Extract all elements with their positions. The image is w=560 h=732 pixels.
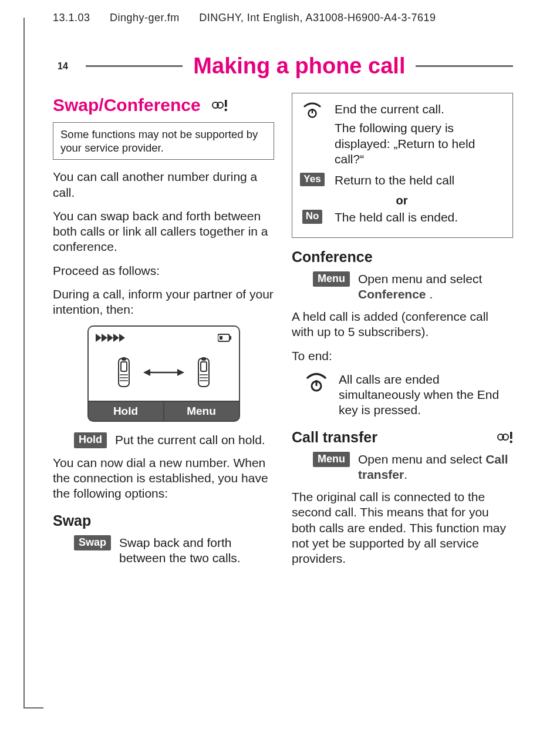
paragraph: You can call another number during a cal… bbox=[53, 169, 274, 200]
handset-b-icon bbox=[195, 357, 212, 388]
svg-rect-33 bbox=[510, 432, 512, 439]
conference-end-action: All calls are ended simultaneously when … bbox=[302, 372, 513, 418]
call-transfer-menu-text: Open menu and select Call transfer. bbox=[358, 452, 513, 483]
swap-arrow-icon bbox=[143, 367, 184, 378]
softkey-menu: Menu bbox=[164, 401, 240, 422]
paragraph: You can swap back and forth between both… bbox=[53, 209, 274, 255]
section-swap-conference: Swap/Conference bbox=[53, 95, 274, 115]
menu-pill: Menu bbox=[313, 452, 350, 468]
svg-rect-10 bbox=[230, 336, 231, 340]
conference-heading: Conference bbox=[292, 249, 513, 266]
battery-icon bbox=[218, 334, 232, 342]
menu-pill: Menu bbox=[313, 271, 350, 287]
swap-action-text: Swap back and forth between the two call… bbox=[119, 535, 274, 566]
network-service-icon bbox=[495, 430, 513, 444]
page-title: Making a phone call bbox=[193, 53, 405, 79]
svg-rect-21 bbox=[198, 358, 209, 387]
end-call-text: End the current call. The following quer… bbox=[335, 102, 505, 167]
swap-pill: Swap bbox=[74, 535, 111, 551]
paragraph: During a call, inform your partner of yo… bbox=[53, 287, 274, 318]
paragraph: The original call is connected to the se… bbox=[292, 489, 513, 566]
svg-marker-8 bbox=[119, 334, 125, 342]
conference-end-text: All calls are ended simultaneously when … bbox=[339, 372, 513, 418]
network-service-icon bbox=[210, 98, 228, 112]
svg-marker-7 bbox=[113, 334, 119, 342]
svg-marker-4 bbox=[96, 334, 102, 342]
signal-icon bbox=[96, 331, 129, 344]
no-text: The held call is ended. bbox=[335, 210, 458, 225]
title-bar: 14 Making a phone call bbox=[53, 53, 513, 79]
paragraph: To end: bbox=[292, 348, 513, 364]
swap-heading: Swap bbox=[53, 512, 274, 529]
hold-pill: Hold bbox=[74, 432, 107, 448]
svg-rect-12 bbox=[119, 358, 129, 387]
or-divider: or bbox=[298, 194, 505, 207]
svg-rect-26 bbox=[201, 357, 206, 361]
svg-rect-11 bbox=[220, 336, 222, 340]
call-transfer-menu-action: Menu Open menu and select Call transfer. bbox=[313, 452, 513, 483]
svg-rect-22 bbox=[201, 362, 207, 371]
doc-date: 13.1.03 bbox=[53, 12, 90, 23]
doc-id: DINGHY, Int English, A31008-H6900-A4-3-7… bbox=[199, 12, 436, 23]
end-call-box: End the current call. The following quer… bbox=[292, 93, 513, 238]
doc-header: 13.1.03 Dinghy-ger.fm DINGHY, Int Englis… bbox=[53, 12, 513, 24]
svg-rect-17 bbox=[122, 357, 126, 361]
call-transfer-heading: Call transfer bbox=[292, 429, 513, 446]
conference-menu-action: Menu Open menu and select Conference . bbox=[313, 271, 513, 303]
end-key-icon bbox=[302, 102, 322, 118]
softkey-hold: Hold bbox=[87, 401, 164, 422]
svg-rect-13 bbox=[121, 362, 127, 371]
swap-action: Swap Swap back and forth between the two… bbox=[74, 535, 274, 566]
doc-file: Dinghy-ger.fm bbox=[110, 12, 180, 23]
hold-action: Hold Put the current call on hold. bbox=[74, 432, 274, 448]
yes-pill: Yes bbox=[300, 173, 324, 186]
handset-a-icon bbox=[115, 357, 133, 388]
end-key-icon bbox=[305, 372, 328, 392]
svg-rect-2 bbox=[225, 100, 227, 107]
no-pill: No bbox=[302, 210, 323, 223]
yes-text: Return to the held call bbox=[335, 173, 454, 188]
svg-marker-6 bbox=[107, 334, 113, 342]
phone-screen-graphic: Hold Menu bbox=[87, 325, 240, 422]
conference-menu-text: Open menu and select Conference . bbox=[358, 271, 513, 303]
paragraph: A held call is added (conference call wi… bbox=[292, 309, 513, 340]
paragraph: You can now dial a new number. When the … bbox=[53, 455, 274, 502]
paragraph: Proceed as follows: bbox=[53, 263, 274, 278]
page-number: 14 bbox=[58, 61, 68, 72]
svg-marker-19 bbox=[143, 369, 150, 376]
svg-point-3 bbox=[224, 109, 227, 111]
hold-action-text: Put the current call on hold. bbox=[115, 432, 265, 448]
provider-note: Some functions may not be supported by y… bbox=[53, 122, 274, 160]
svg-point-34 bbox=[510, 441, 512, 443]
svg-marker-5 bbox=[102, 334, 107, 342]
svg-marker-20 bbox=[177, 369, 184, 376]
